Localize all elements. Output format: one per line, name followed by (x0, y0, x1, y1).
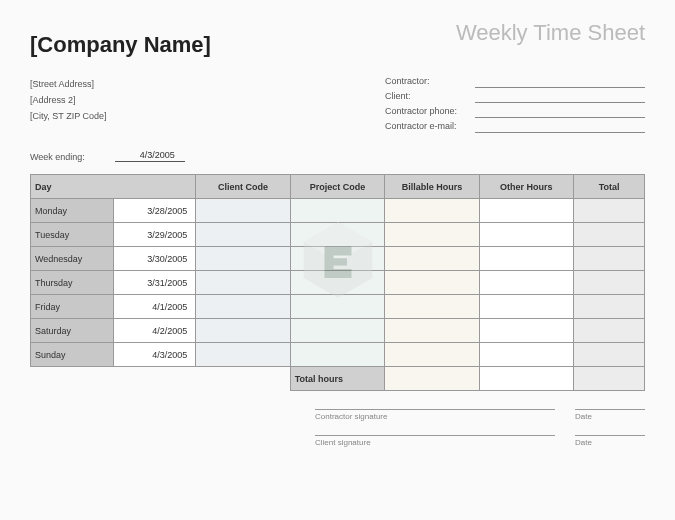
day-name: Sunday (31, 343, 114, 367)
project-code-cell[interactable] (290, 223, 384, 247)
client-field[interactable] (475, 91, 645, 103)
row-total-cell[interactable] (574, 271, 645, 295)
day-date: 3/30/2005 (113, 247, 196, 271)
table-row: Friday4/1/2005 (31, 295, 645, 319)
row-total-cell[interactable] (574, 343, 645, 367)
company-name: [Company Name] (30, 32, 211, 58)
grand-total[interactable] (574, 367, 645, 391)
contractor-label: Contractor: (385, 76, 475, 88)
table-row: Sunday4/3/2005 (31, 343, 645, 367)
other-cell[interactable] (479, 223, 573, 247)
day-date: 3/28/2005 (113, 199, 196, 223)
day-name: Wednesday (31, 247, 114, 271)
address-line1: [Street Address] (30, 76, 107, 92)
other-cell[interactable] (479, 343, 573, 367)
client-code-cell[interactable] (196, 271, 290, 295)
billable-cell[interactable] (385, 247, 479, 271)
email-field[interactable] (475, 121, 645, 133)
day-name: Saturday (31, 319, 114, 343)
billable-cell[interactable] (385, 295, 479, 319)
client-code-cell[interactable] (196, 319, 290, 343)
row-total-cell[interactable] (574, 247, 645, 271)
day-date: 3/31/2005 (113, 271, 196, 295)
table-row: Saturday4/2/2005 (31, 319, 645, 343)
other-cell[interactable] (479, 319, 573, 343)
col-client-code: Client Code (196, 175, 290, 199)
row-total-cell[interactable] (574, 319, 645, 343)
col-other: Other Hours (479, 175, 573, 199)
billable-cell[interactable] (385, 271, 479, 295)
col-billable: Billable Hours (385, 175, 479, 199)
row-total-cell[interactable] (574, 199, 645, 223)
contractor-signature[interactable]: Contractor signature (315, 409, 555, 421)
total-billable[interactable] (385, 367, 479, 391)
total-other[interactable] (479, 367, 573, 391)
project-code-cell[interactable] (290, 343, 384, 367)
table-row: Tuesday3/29/2005 (31, 223, 645, 247)
table-row: Monday3/28/2005 (31, 199, 645, 223)
col-project-code: Project Code (290, 175, 384, 199)
week-ending-value[interactable]: 4/3/2005 (115, 150, 185, 162)
project-code-cell[interactable] (290, 199, 384, 223)
client-code-cell[interactable] (196, 343, 290, 367)
day-date: 4/3/2005 (113, 343, 196, 367)
day-name: Friday (31, 295, 114, 319)
client-code-cell[interactable] (196, 295, 290, 319)
client-code-cell[interactable] (196, 199, 290, 223)
client-code-cell[interactable] (196, 223, 290, 247)
client-code-cell[interactable] (196, 247, 290, 271)
project-code-cell[interactable] (290, 319, 384, 343)
project-code-cell[interactable] (290, 295, 384, 319)
phone-field[interactable] (475, 106, 645, 118)
day-date: 4/1/2005 (113, 295, 196, 319)
day-name: Thursday (31, 271, 114, 295)
address-block: [Street Address] [Address 2] [City, ST Z… (30, 76, 107, 136)
col-total: Total (574, 175, 645, 199)
client-label: Client: (385, 91, 475, 103)
other-cell[interactable] (479, 295, 573, 319)
email-label: Contractor e-mail: (385, 121, 475, 133)
client-sig-date[interactable]: Date (575, 435, 645, 447)
day-name: Tuesday (31, 223, 114, 247)
billable-cell[interactable] (385, 199, 479, 223)
week-ending-label: Week ending: (30, 152, 85, 162)
week-ending: Week ending: 4/3/2005 (30, 150, 645, 162)
day-name: Monday (31, 199, 114, 223)
client-signature[interactable]: Client signature (315, 435, 555, 447)
project-code-cell[interactable] (290, 247, 384, 271)
other-cell[interactable] (479, 247, 573, 271)
total-hours-label: Total hours (290, 367, 384, 391)
col-day: Day (31, 175, 196, 199)
billable-cell[interactable] (385, 223, 479, 247)
day-date: 4/2/2005 (113, 319, 196, 343)
table-row: Wednesday3/30/2005 (31, 247, 645, 271)
table-row: Thursday3/31/2005 (31, 271, 645, 295)
row-total-cell[interactable] (574, 223, 645, 247)
billable-cell[interactable] (385, 343, 479, 367)
project-code-cell[interactable] (290, 271, 384, 295)
signatures: Contractor signature Date Client signatu… (315, 409, 645, 461)
address-line2: [Address 2] (30, 92, 107, 108)
timesheet-table: Day Client Code Project Code Billable Ho… (30, 174, 645, 391)
other-cell[interactable] (479, 271, 573, 295)
row-total-cell[interactable] (574, 295, 645, 319)
other-cell[interactable] (479, 199, 573, 223)
billable-cell[interactable] (385, 319, 479, 343)
page-title: Weekly Time Sheet (456, 20, 645, 46)
phone-label: Contractor phone: (385, 106, 475, 118)
day-date: 3/29/2005 (113, 223, 196, 247)
address-line3: [City, ST ZIP Code] (30, 108, 107, 124)
contractor-info: Contractor: Client: Contractor phone: Co… (385, 76, 645, 136)
contractor-sig-date[interactable]: Date (575, 409, 645, 421)
contractor-field[interactable] (475, 76, 645, 88)
